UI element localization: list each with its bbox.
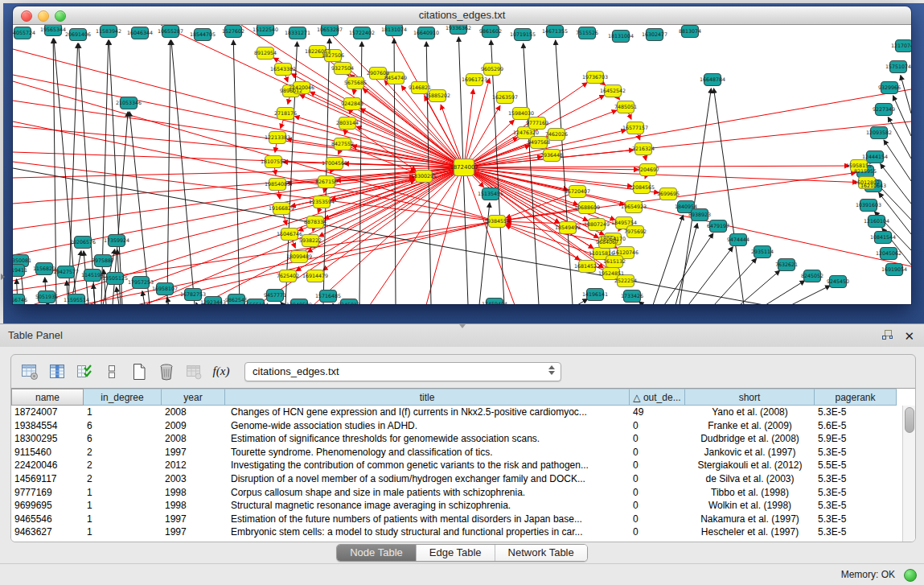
cell-short: Dudbridge et al. (2008) [685, 432, 815, 446]
table-settings-icon[interactable] [18, 361, 42, 382]
node-label: 14671355 [542, 28, 568, 34]
cell-out_degree: 0 [630, 499, 685, 513]
tab-network-table[interactable]: Network Table [495, 545, 587, 561]
table-row[interactable]: 1872400712008Changes of HCN gene express… [11, 406, 903, 419]
cell-out_degree: 0 [630, 419, 685, 433]
node-label: 17459404 [482, 301, 507, 304]
node-label: 16302477 [642, 31, 667, 37]
node-label: 18300295 [411, 173, 437, 179]
table-row[interactable]: 977716911998Corpus callosum shape and si… [11, 486, 903, 500]
table-selector-dropdown[interactable]: citations_edges.txt [244, 362, 561, 381]
column-header-title[interactable]: title [225, 389, 630, 406]
tab-node-table[interactable]: Node Table [337, 545, 417, 561]
node-label: 9329966 [878, 84, 901, 90]
table-column-icon[interactable] [45, 361, 69, 382]
node-label: 1733426 [621, 293, 643, 299]
rows-icon[interactable] [100, 361, 124, 382]
delete-icon[interactable] [154, 361, 179, 382]
column-header-pagerank[interactable]: pagerank [815, 389, 897, 406]
node-label: 22420046 [289, 84, 314, 90]
cell-title: Tourette syndrome. Phenomenology and cla… [225, 446, 630, 459]
cell-pagerank: 5.3E-5 [815, 406, 897, 419]
node-label: 1840954 [675, 204, 697, 209]
scrollbar-thumb[interactable] [905, 407, 914, 433]
node-label: 11583942 [96, 28, 121, 34]
tab-edge-table[interactable]: Edge Table [417, 545, 495, 561]
node-label: 12045062 [876, 250, 901, 256]
node-label: 18544705 [190, 31, 216, 37]
column-header-year[interactable]: year [162, 389, 225, 406]
node-label: 7975887 [92, 257, 114, 263]
splitter-handle-icon[interactable] [459, 324, 466, 328]
table-row[interactable]: 946554611997Estimation of the future num… [11, 513, 903, 526]
cell-pagerank: 5.3E-5 [815, 486, 897, 500]
node-label: 16452542 [600, 88, 626, 93]
network-window-titlebar[interactable]: citations_edges.txt [13, 6, 911, 25]
node-label: 8454749 [384, 75, 407, 80]
node-label: 12476320 [513, 130, 539, 135]
cell-in_degree: 1 [84, 499, 162, 513]
node-label: 8878334 [304, 219, 326, 225]
table-row[interactable]: 911546021997Tourette syndrome. Phenomeno… [11, 446, 903, 459]
node-label: 8912954 [254, 50, 277, 56]
node-label: 9146821 [409, 84, 431, 90]
node-label: 17359924 [104, 237, 129, 243]
table-row[interactable]: 969969511998Structural magnetic resonanc… [11, 499, 903, 513]
node-label: 19854085 [265, 181, 290, 187]
new-document-icon[interactable] [127, 361, 151, 382]
table-row[interactable]: 946362711997Embryonic stem cells: a mode… [11, 525, 903, 539]
column-header-in_degree[interactable]: in_degree [84, 389, 162, 406]
node-label: 19565344 [40, 27, 66, 32]
cell-year: 1998 [162, 499, 225, 513]
close-panel-icon[interactable]: ✕ [904, 330, 914, 343]
table-rows: 1872400712008Changes of HCN gene express… [11, 406, 903, 542]
cell-title: Disruption of a novel member of a sodium… [225, 472, 630, 486]
table-selector-value: citations_edges.txt [253, 363, 339, 381]
cell-pagerank: 5.3E-5 [815, 472, 897, 486]
function-icon[interactable]: f(x) [209, 361, 233, 382]
node-label: 5675685 [344, 80, 367, 85]
table-row[interactable]: 2242004622012Investigating the contribut… [11, 459, 903, 472]
node-label: 19654923 [621, 204, 647, 209]
float-panel-icon[interactable] [881, 329, 893, 344]
cell-out_degree: 49 [630, 406, 685, 419]
node-label: 16919054 [881, 266, 907, 272]
node-label: 12160104 [864, 218, 889, 224]
network-view[interactable]: 2405572419565344206914061158394216046344… [13, 25, 911, 304]
table-check-icon[interactable] [72, 361, 97, 382]
cell-in_degree: 6 [84, 419, 162, 433]
panel-collapse-grip[interactable] [1, 274, 5, 280]
cell-title: Corpus callosum shape and size in male p… [225, 486, 630, 500]
column-header-short[interactable]: short [685, 389, 815, 406]
network-canvas[interactable]: 2405572419565344206914061158394216046344… [13, 25, 911, 304]
import-table-icon[interactable] [182, 361, 206, 382]
node-label: 16648784 [700, 76, 725, 82]
network-desktop: citations_edges.txt 24055724195653442069… [3, 3, 924, 323]
node-label: 1527602 [222, 28, 244, 34]
cell-out_degree: 0 [630, 486, 685, 500]
table-row[interactable]: 1938455462009Genome-wide association stu… [11, 419, 903, 433]
node-label: 14196141 [582, 291, 608, 297]
node-label: 18131004 [608, 33, 634, 39]
node-label: 15122540 [253, 27, 278, 32]
cell-year: 1997 [162, 513, 225, 526]
node-label: 12353594 [309, 199, 335, 204]
node-label: 9457771 [264, 292, 286, 298]
attribute-table: namein_degreeyeartitle△ out_de...shortpa… [11, 388, 915, 542]
node-label: 7462026 [545, 131, 568, 137]
table-row[interactable]: 1830029562008Estimation of significance … [11, 432, 903, 446]
cell-out_degree: 0 [630, 525, 685, 539]
node-label: 18495754 [611, 220, 637, 225]
node-label: 12213383 [265, 134, 290, 140]
node-label: 15958155 [846, 163, 872, 168]
node-label: 19166829 [269, 205, 294, 211]
node-label: 9497568 [528, 139, 550, 145]
table-vertical-scrollbar[interactable] [902, 406, 915, 542]
cell-year: 2008 [162, 406, 225, 419]
table-row[interactable]: 1456911722003Disruption of a novel membe… [11, 472, 903, 486]
column-header-name[interactable]: name [11, 389, 84, 406]
table-tool-panel: f(x) citations_edges.txt namein_degreeye… [10, 354, 916, 542]
node-label: 8938923 [688, 212, 711, 217]
column-header-out_degree[interactable]: △ out_de... [630, 389, 685, 406]
cell-name: 14569117 [11, 472, 84, 486]
